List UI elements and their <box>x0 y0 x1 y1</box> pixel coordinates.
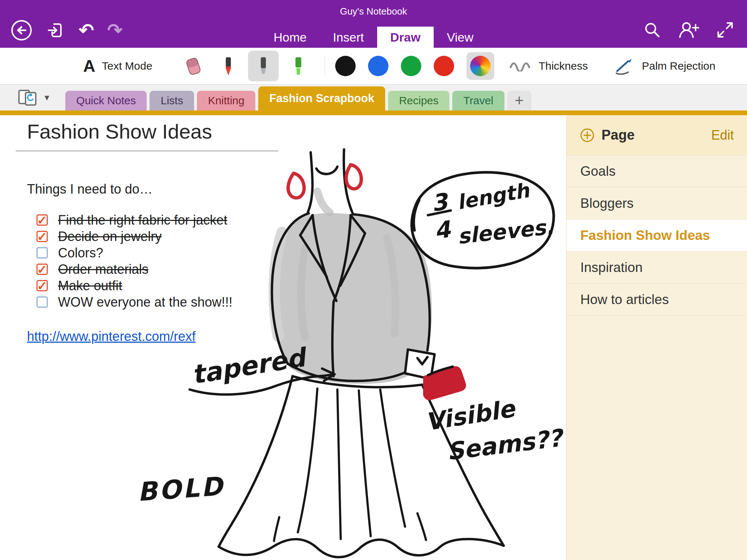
gray-pen-icon <box>252 54 275 78</box>
toolbar-divider <box>325 56 325 76</box>
todo-item: ✓ Find the right fabric for jacket <box>36 214 232 226</box>
chevron-down-icon: ▾ <box>44 92 49 103</box>
back-icon <box>10 19 33 42</box>
section-tab-lists[interactable]: Lists <box>150 91 194 110</box>
todo-label: Make outfit <box>58 278 122 293</box>
export-button[interactable] <box>46 20 66 40</box>
undo-button[interactable]: ↶ <box>79 21 94 39</box>
palm-rejection-label: Palm Rejection <box>642 60 716 72</box>
edit-pages-button[interactable]: Edit <box>711 128 734 143</box>
svg-text:tapered: tapered <box>190 342 310 390</box>
eraser-tool[interactable] <box>178 51 209 81</box>
tab-home[interactable]: Home <box>260 27 320 48</box>
todo-list: ✓ Find the right fabric for jacket ✓ Dec… <box>36 214 232 308</box>
thickness-button[interactable]: Thickness <box>509 60 588 72</box>
red-pen-icon <box>217 54 240 78</box>
note-canvas[interactable]: Fashion Show Ideas Things I need to do… … <box>0 115 566 560</box>
section-tab-recipes[interactable]: Recipes <box>388 91 449 110</box>
color-picker-button[interactable] <box>467 52 494 80</box>
section-tab-quick-notes[interactable]: Quick Notes <box>65 91 147 110</box>
rainbow-swatch-icon <box>470 56 491 76</box>
section-tab-fashion-scrapbook[interactable]: Fashion Scrapbook <box>258 86 385 110</box>
highlighter-icon <box>287 54 310 78</box>
palm-rejection-button[interactable]: Palm Rejection <box>614 57 716 75</box>
draw-toolbar: A Text Mode <box>0 48 747 85</box>
pinterest-link[interactable]: http://www.pinterest.com/rexf <box>27 329 196 344</box>
svg-text:3: 3 <box>430 188 451 217</box>
todo-item: ✓ Decide on jewelry <box>36 230 232 243</box>
header-right-actions <box>643 20 735 39</box>
add-person-icon <box>678 20 700 39</box>
color-red-swatch[interactable] <box>434 56 454 76</box>
section-tab-knitting[interactable]: Knitting <box>197 91 255 110</box>
text-mode-a-glyph: A <box>83 56 95 76</box>
color-green-swatch[interactable] <box>401 56 421 76</box>
sidebar-page-fashion-show-ideas[interactable]: Fashion Show Ideas <box>566 219 747 252</box>
add-page-icon[interactable] <box>580 128 595 143</box>
section-tab-travel[interactable]: Travel <box>452 91 504 110</box>
search-button[interactable] <box>643 20 662 39</box>
todo-item: ✓ Make outfit <box>36 279 232 292</box>
tab-insert[interactable]: Insert <box>320 27 377 48</box>
sidebar-header: Page Edit <box>566 115 747 155</box>
palm-rejection-icon <box>614 57 636 75</box>
svg-text:length: length <box>455 178 532 214</box>
svg-text:4: 4 <box>433 216 453 245</box>
todo-label: Colors? <box>58 245 103 261</box>
color-blue-swatch[interactable] <box>368 56 388 76</box>
todo-item: Colors? <box>36 246 232 259</box>
sidebar-page-inspiration[interactable]: Inspiration <box>566 252 747 284</box>
sidebar-page-bloggers[interactable]: Bloggers <box>566 187 747 219</box>
svg-text:Visible: Visible <box>423 394 518 436</box>
tab-view[interactable]: View <box>434 27 487 48</box>
page-title: Fashion Show Ideas <box>27 120 212 143</box>
back-button[interactable] <box>10 19 33 42</box>
share-people-button[interactable] <box>678 20 700 39</box>
section-tabbar: ▾ Quick Notes Lists Knitting Fashion Scr… <box>0 85 747 110</box>
todo-item: ✓ Order materials <box>36 263 232 276</box>
todo-checkbox-checked[interactable]: ✓ <box>36 280 48 291</box>
app-header: ↶ ↷ Guy's Notebook Home Insert Draw View <box>0 0 747 48</box>
text-mode-button[interactable]: A Text Mode <box>83 56 152 76</box>
title-underline <box>16 151 278 151</box>
todo-label: WOW everyone at the show!!! <box>58 295 232 310</box>
svg-text:BOLD: BOLD <box>136 471 225 507</box>
page-sidebar: Page Edit Goals Bloggers Fashion Show Id… <box>566 115 747 560</box>
todo-item: WOW everyone at the show!!! <box>36 296 232 308</box>
fullscreen-button[interactable] <box>716 20 735 39</box>
todo-checkbox-unchecked[interactable] <box>36 296 48 308</box>
expand-icon <box>716 20 735 39</box>
tab-draw[interactable]: Draw <box>377 27 434 48</box>
header-left-actions: ↶ ↷ <box>10 19 123 42</box>
todo-checkbox-unchecked[interactable] <box>36 247 48 258</box>
export-icon <box>46 20 66 40</box>
notebook-title: Guy's Notebook <box>0 0 747 17</box>
redo-button[interactable]: ↷ <box>107 21 123 39</box>
notebook-switcher-button[interactable]: ▾ <box>16 88 49 108</box>
thickness-icon <box>509 61 533 71</box>
intro-text: Things I need to do… <box>27 182 152 197</box>
add-page-label[interactable]: Page <box>601 127 711 143</box>
todo-checkbox-checked[interactable]: ✓ <box>36 264 48 275</box>
sidebar-page-goals[interactable]: Goals <box>566 155 747 187</box>
sidebar-page-how-to-articles[interactable]: How to articles <box>566 284 747 316</box>
text-mode-label: Text Mode <box>102 60 152 72</box>
red-pen-tool[interactable] <box>213 51 244 81</box>
add-section-button[interactable]: + <box>507 91 531 110</box>
todo-checkbox-checked[interactable]: ✓ <box>36 231 48 242</box>
notebook-switcher-icon <box>16 88 42 108</box>
todo-label: Decide on jewelry <box>58 229 162 244</box>
svg-text:sleeves.: sleeves. <box>456 214 555 249</box>
todo-checkbox-checked[interactable]: ✓ <box>36 214 48 226</box>
eraser-icon <box>182 54 205 78</box>
todo-label: Order materials <box>58 262 148 277</box>
thickness-label: Thickness <box>539 60 588 72</box>
ribbon-tabs: Home Insert Draw View <box>260 27 487 48</box>
gray-pen-tool[interactable] <box>248 51 279 81</box>
todo-label: Find the right fabric for jacket <box>58 213 227 228</box>
color-black-swatch[interactable] <box>335 56 356 76</box>
highlighter-tool[interactable] <box>283 51 314 81</box>
search-icon <box>643 20 662 39</box>
section-accent-bar <box>0 110 747 115</box>
svg-text:Seams??: Seams?? <box>445 424 566 466</box>
